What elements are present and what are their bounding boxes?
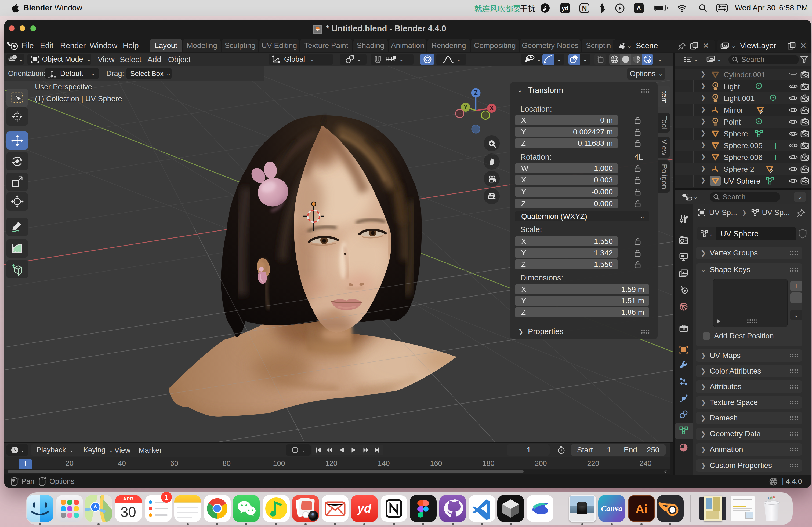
svg-text:Y: Y	[463, 104, 467, 110]
svg-text:Z: Z	[474, 89, 478, 96]
svg-text:X: X	[490, 105, 494, 111]
